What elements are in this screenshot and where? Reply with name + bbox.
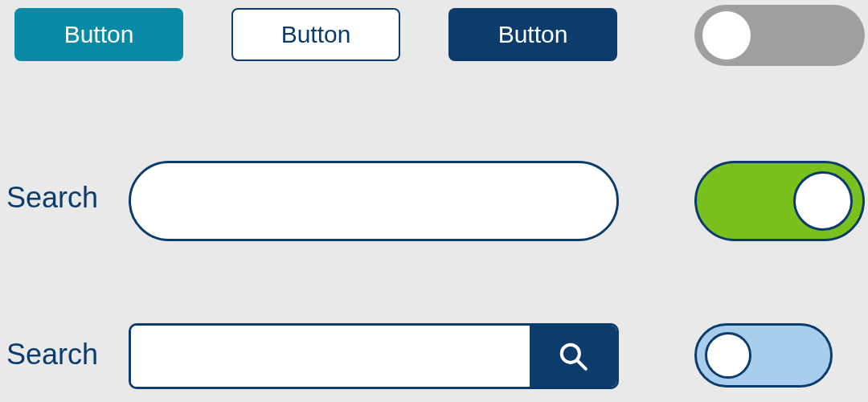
search-rect-container bbox=[129, 323, 619, 389]
search-submit-button[interactable] bbox=[530, 326, 616, 387]
toggle-green[interactable] bbox=[694, 161, 865, 241]
toggle-knob bbox=[702, 11, 751, 59]
search-rect-input[interactable] bbox=[131, 326, 530, 387]
button-navy[interactable]: Button bbox=[448, 8, 617, 61]
button-outline[interactable]: Button bbox=[231, 8, 400, 61]
search-pill-input[interactable] bbox=[129, 161, 619, 241]
toggle-lightblue[interactable] bbox=[694, 323, 833, 388]
svg-line-1 bbox=[577, 360, 586, 369]
search-pill-label: Search bbox=[6, 181, 98, 215]
toggle-knob bbox=[793, 171, 853, 231]
button-teal[interactable]: Button bbox=[14, 8, 183, 61]
search-rect-label: Search bbox=[6, 338, 98, 371]
search-icon bbox=[558, 341, 588, 371]
toggle-knob bbox=[705, 332, 751, 379]
toggle-grey[interactable] bbox=[694, 5, 865, 66]
